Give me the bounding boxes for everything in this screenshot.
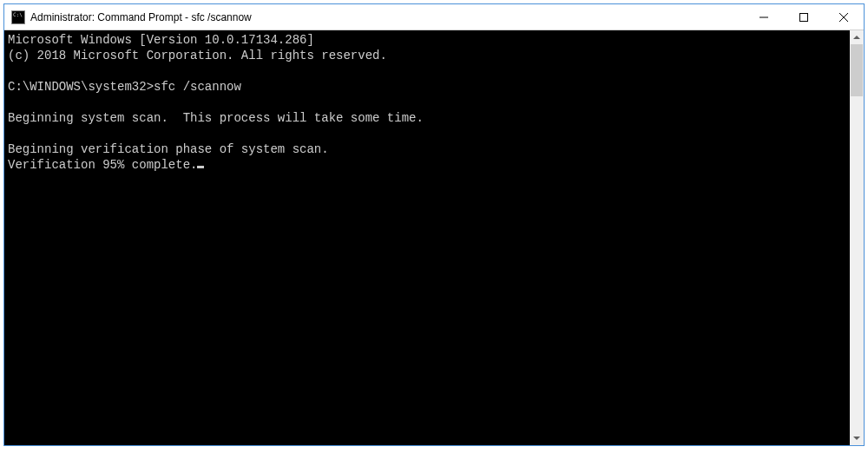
text-cursor [197, 166, 204, 168]
output-line: Microsoft Windows [Version 10.0.17134.28… [8, 33, 314, 47]
output-line: (c) 2018 Microsoft Corporation. All righ… [8, 49, 387, 62]
prompt-line: C:\WINDOWS\system32>sfc /scannow [8, 80, 241, 94]
close-button[interactable] [824, 4, 864, 30]
output-line: Beginning system scan. This process will… [8, 111, 424, 125]
close-icon [839, 13, 848, 22]
scrollbar-track[interactable] [850, 44, 864, 431]
svg-rect-1 [800, 13, 808, 21]
scrollbar-thumb[interactable] [851, 44, 863, 96]
scroll-down-button[interactable] [850, 431, 864, 445]
minimize-icon [760, 13, 768, 22]
command-prompt-window: Administrator: Command Prompt - sfc /sca… [3, 3, 865, 446]
window-controls [744, 4, 864, 30]
maximize-button[interactable] [784, 4, 824, 30]
terminal-output[interactable]: Microsoft Windows [Version 10.0.17134.28… [4, 30, 850, 445]
maximize-icon [799, 13, 808, 22]
client-area: Microsoft Windows [Version 10.0.17134.28… [4, 30, 864, 445]
scroll-up-button[interactable] [850, 30, 864, 44]
output-line: Verification 95% complete. [8, 158, 197, 172]
minimize-button[interactable] [744, 4, 784, 30]
output-line: Beginning verification phase of system s… [8, 142, 329, 156]
titlebar[interactable]: Administrator: Command Prompt - sfc /sca… [4, 4, 864, 30]
vertical-scrollbar[interactable] [850, 30, 864, 445]
cmd-icon [11, 10, 25, 24]
window-title: Administrator: Command Prompt - sfc /sca… [30, 11, 744, 23]
chevron-up-icon [853, 36, 860, 39]
chevron-down-icon [853, 437, 860, 440]
